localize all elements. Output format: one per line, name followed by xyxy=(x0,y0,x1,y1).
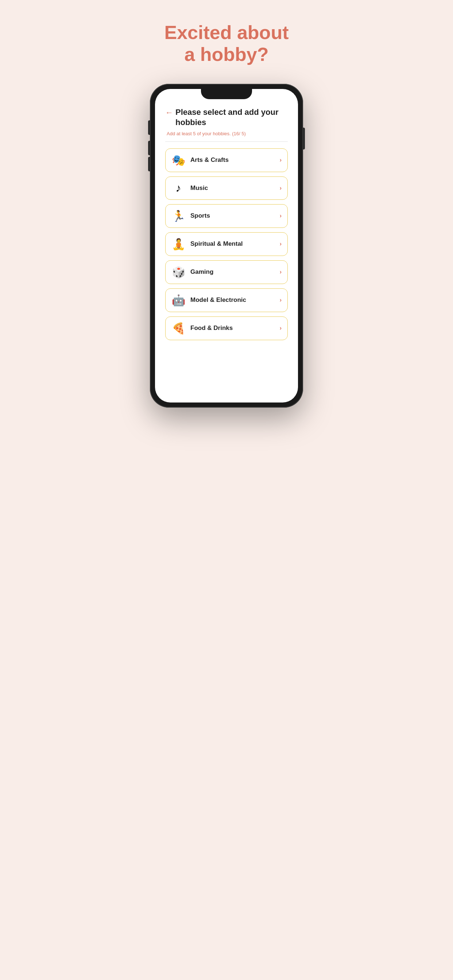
hobby-item-food[interactable]: 🍕 Food & Drinks › xyxy=(165,317,288,340)
phone-frame: ← Please select and add your hobbies Add… xyxy=(150,84,303,407)
hobby-item-sports[interactable]: 🏃 Sports › xyxy=(165,204,288,228)
subtitle-text: Add at least 5 of your hobbies. (16/ 5) xyxy=(165,131,288,136)
food-label: Food & Drinks xyxy=(190,325,233,332)
hobby-list: 🎭 Arts & Crafts › ♪ Music › 🏃 Sports xyxy=(165,148,288,340)
model-label: Model & Electronic xyxy=(190,296,246,304)
back-header: ← Please select and add your hobbies xyxy=(165,107,288,128)
arts-crafts-icon: 🎭 xyxy=(171,154,185,167)
page-title: Excited about a hobby? xyxy=(164,22,289,65)
section-divider xyxy=(165,142,288,142)
music-chevron: › xyxy=(280,185,282,191)
music-label: Music xyxy=(190,185,208,192)
phone-screen: ← Please select and add your hobbies Add… xyxy=(155,89,298,402)
sports-label: Sports xyxy=(190,212,210,220)
hobby-item-model[interactable]: 🤖 Model & Electronic › xyxy=(165,288,288,312)
back-arrow-icon[interactable]: ← xyxy=(165,108,173,118)
arts-crafts-label: Arts & Crafts xyxy=(190,156,229,164)
screen-content: ← Please select and add your hobbies Add… xyxy=(155,89,298,351)
phone-notch xyxy=(201,89,252,99)
sports-chevron: › xyxy=(280,213,282,219)
gaming-icon: 🎲 xyxy=(171,266,185,278)
spiritual-label: Spiritual & Mental xyxy=(190,240,243,248)
food-chevron: › xyxy=(280,325,282,331)
gaming-chevron: › xyxy=(280,269,282,275)
hobby-item-arts-crafts[interactable]: 🎭 Arts & Crafts › xyxy=(165,148,288,172)
sports-icon: 🏃 xyxy=(171,210,185,223)
hobby-item-music[interactable]: ♪ Music › xyxy=(165,177,288,200)
hobby-item-gaming[interactable]: 🎲 Gaming › xyxy=(165,260,288,284)
model-chevron: › xyxy=(280,297,282,303)
arts-crafts-chevron: › xyxy=(280,157,282,163)
spiritual-icon: 🧘 xyxy=(171,238,185,250)
spiritual-chevron: › xyxy=(280,240,282,247)
gaming-label: Gaming xyxy=(190,268,214,275)
hobby-item-spiritual[interactable]: 🧘 Spiritual & Mental › xyxy=(165,232,288,256)
model-icon: 🤖 xyxy=(171,294,185,307)
screen-title: Please select and add your hobbies xyxy=(175,107,288,128)
music-icon: ♪ xyxy=(171,182,185,194)
food-icon: 🍕 xyxy=(171,322,185,335)
